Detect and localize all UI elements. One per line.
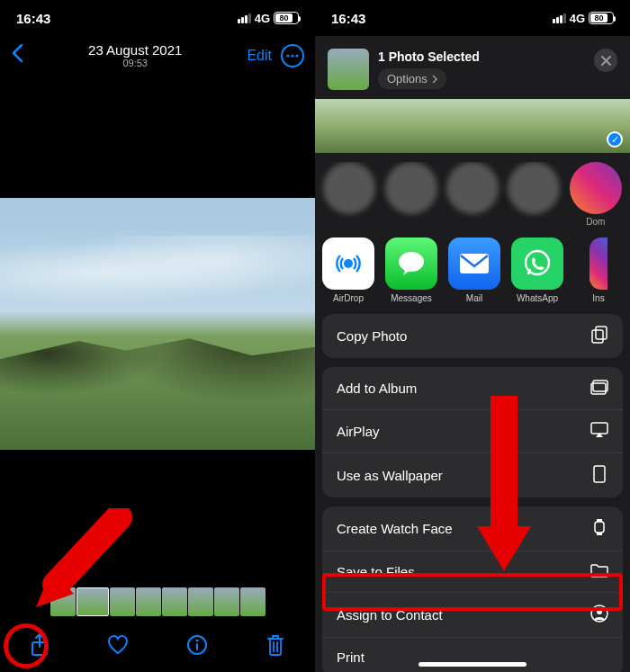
svg-rect-15 (594, 466, 605, 482)
share-title: 1 Photo Selected (378, 49, 480, 64)
phone-icon (590, 465, 608, 486)
svg-rect-10 (596, 327, 607, 339)
add-to-album-action[interactable]: Add to Album (322, 367, 623, 409)
svg-rect-11 (592, 330, 603, 343)
status-time: 16:43 (331, 11, 365, 26)
photo-date: 23 August 2021 (88, 43, 182, 58)
watch-icon (590, 518, 608, 539)
folder-icon (590, 563, 608, 580)
action-group: Copy Photo (322, 314, 623, 358)
assign-to-contact-action[interactable]: Assign to Contact (322, 592, 623, 637)
save-to-files-action[interactable]: Save to Files (322, 551, 623, 592)
thumbnail[interactable] (50, 587, 76, 616)
photo-time: 09:53 (88, 58, 182, 68)
instagram-app[interactable]: Ins (574, 237, 623, 303)
share-contact[interactable] (507, 162, 561, 227)
status-right: 4G 80 (553, 12, 614, 25)
options-button[interactable]: Options (378, 68, 446, 89)
more-button[interactable] (281, 44, 304, 67)
network-label: 4G (255, 12, 270, 25)
back-button[interactable] (11, 43, 23, 68)
thumbnail[interactable] (162, 587, 187, 616)
create-watch-face-action[interactable]: Create Watch Face (322, 506, 623, 551)
share-contact[interactable] (383, 162, 437, 227)
thumbnail[interactable] (110, 587, 135, 616)
info-button[interactable] (185, 633, 209, 657)
airplay-action[interactable]: AirPlay (322, 409, 623, 452)
action-group: Add to Album AirPlay Use as Wallpaper (322, 367, 623, 497)
signal-icon (553, 13, 566, 23)
action-group: Create Watch Face Save to Files Assign t… (322, 506, 623, 672)
edit-button[interactable]: Edit (247, 48, 272, 64)
use-as-wallpaper-action[interactable]: Use as Wallpaper (322, 452, 623, 497)
thumbnail-strip[interactable] (0, 587, 315, 616)
status-bar: 16:43 4G 80 (315, 0, 630, 36)
thumbnail[interactable] (214, 587, 239, 616)
status-time: 16:43 (16, 11, 50, 26)
signal-icon (238, 13, 251, 23)
share-thumbnail (328, 49, 369, 90)
copy-icon (590, 326, 608, 346)
album-icon (590, 379, 608, 398)
battery-icon: 80 (589, 12, 614, 24)
airplay-icon (590, 422, 608, 441)
contacts-row: Dom (315, 162, 630, 237)
svg-point-1 (291, 54, 293, 57)
whatsapp-app[interactable]: WhatsApp (511, 237, 563, 303)
close-button[interactable] (594, 49, 617, 72)
thumbnail[interactable] (76, 587, 109, 616)
svg-point-7 (399, 252, 424, 272)
svg-rect-17 (597, 519, 602, 522)
status-bar: 16:43 4G 80 (0, 0, 315, 36)
photos-detail-screen: 16:43 4G 80 23 August 2021 09:53 Edit (0, 0, 315, 672)
checkmark-icon: ✓ (607, 131, 623, 148)
svg-point-6 (344, 259, 353, 268)
thumbnail[interactable] (240, 587, 266, 616)
nav-title: 23 August 2021 09:53 (88, 43, 182, 69)
svg-rect-8 (460, 254, 489, 273)
thumbnail[interactable] (188, 587, 213, 616)
svg-point-5 (195, 640, 198, 642)
svg-point-0 (286, 54, 289, 57)
nav-bar: 23 August 2021 09:53 Edit (0, 36, 315, 76)
share-sheet-screen: 16:43 4G 80 1 Photo Selected Options ✓ (315, 0, 630, 672)
contact-icon (590, 605, 608, 625)
selected-photo-preview[interactable]: ✓ (315, 99, 630, 153)
messages-app[interactable]: Messages (385, 237, 437, 303)
svg-rect-18 (597, 533, 602, 535)
battery-icon: 80 (274, 12, 299, 24)
apps-row: AirDrop Messages Mail WhatsApp (315, 237, 630, 314)
bottom-toolbar (0, 618, 315, 672)
home-indicator[interactable] (418, 662, 526, 667)
print-action[interactable]: Print (322, 637, 623, 672)
network-label: 4G (570, 12, 585, 25)
status-right: 4G 80 (238, 12, 299, 25)
airdrop-app[interactable]: AirDrop (322, 237, 374, 303)
share-contact[interactable] (322, 162, 376, 227)
chevron-right-icon (432, 75, 437, 84)
mail-app[interactable]: Mail (448, 237, 500, 303)
share-header: 1 Photo Selected Options (315, 36, 630, 99)
thumbnail[interactable] (136, 587, 161, 616)
svg-rect-14 (591, 423, 608, 434)
share-button[interactable] (28, 633, 51, 657)
photo-viewer[interactable] (0, 198, 315, 450)
share-sheet: 1 Photo Selected Options ✓ Dom (315, 36, 630, 672)
copy-photo-action[interactable]: Copy Photo (322, 314, 623, 358)
svg-point-20 (597, 609, 602, 614)
delete-button[interactable] (264, 633, 287, 657)
share-contact[interactable] (446, 162, 500, 227)
svg-rect-16 (595, 522, 604, 533)
share-contact[interactable]: Dom (569, 162, 623, 227)
svg-point-2 (295, 54, 298, 57)
favorite-button[interactable] (106, 633, 130, 657)
